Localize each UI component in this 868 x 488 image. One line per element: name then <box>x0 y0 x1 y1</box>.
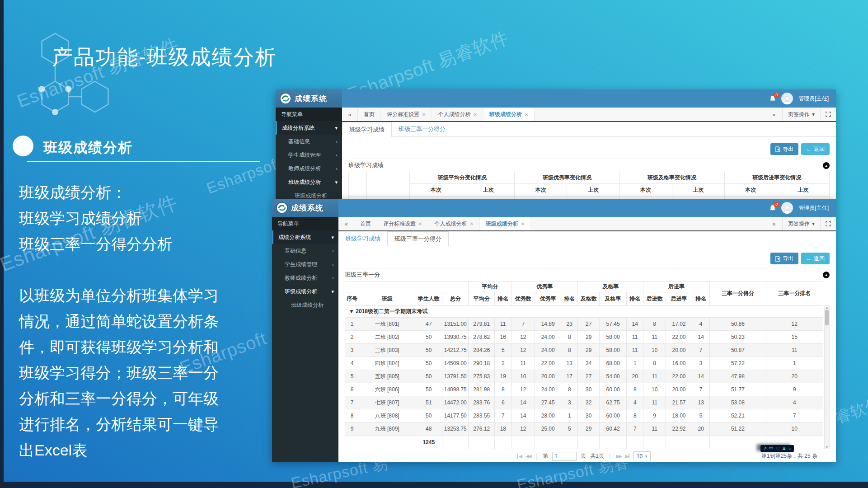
export-button[interactable]: 导出 <box>770 253 798 264</box>
sidebar: 导航菜单 成绩分析系统▾基础信息‹学生成绩管理‹教师成绩分析‹班级成绩分析▾班级… <box>272 217 338 462</box>
vertical-scrollbar[interactable]: ▲ ▼ <box>824 305 830 449</box>
export-label: 导出 <box>783 255 793 263</box>
column-header-排名: 排名 <box>561 292 578 306</box>
sidebar-item-学生成绩管理[interactable]: 学生成绩管理‹ <box>272 258 338 271</box>
body-line: 以班级为单位分析班集体学习 <box>19 283 219 309</box>
page-tab-label: 评分标准设置 <box>387 111 419 118</box>
table-cell: 14098.75 <box>442 383 469 396</box>
sidebar-item-教师成绩分析[interactable]: 教师成绩分析‹ <box>276 162 342 175</box>
page-size-select[interactable]: 10 ▾ <box>633 451 651 461</box>
sidebar-title: 导航菜单 <box>276 108 342 121</box>
export-icon <box>775 256 780 262</box>
table-row[interactable]: 2二班 [802]5013930.75278.62161224.0082958.… <box>345 331 823 344</box>
exam-group-row[interactable]: ▼ 2018级初二第一学期期末考试 <box>345 306 823 318</box>
back-label: 返回 <box>814 255 825 263</box>
back-button[interactable]: ← 返回 <box>801 253 830 264</box>
page-tab-bar: « 首页评分标准设置✕个人成绩分析✕班级成绩分析✕ » 页签操作 ▾ <box>342 108 836 122</box>
avatar[interactable] <box>781 93 793 104</box>
tab-class-study-score[interactable]: 班级学习成绩 <box>338 231 387 246</box>
page-tab-label: 班级成绩分析 <box>486 220 518 228</box>
page-next-icon[interactable]: ▶▶ <box>616 454 621 459</box>
tab-scroll-left-icon[interactable]: « <box>342 108 358 121</box>
sidebar-item-基础信息[interactable]: 基础信息‹ <box>276 135 342 148</box>
app-logo[interactable]: 成绩系统 <box>272 199 338 217</box>
tab-scroll-right-icon[interactable]: » <box>766 217 782 230</box>
tab-three-rate-score[interactable]: 班级三率一分得分 <box>387 231 449 246</box>
tab-operations-dropdown[interactable]: 页签操作 ▾ <box>782 217 820 230</box>
sidebar-item-label: 班级成绩分析 <box>295 192 327 199</box>
table-cell: 14 <box>692 370 710 383</box>
sidebar-item-班级成绩分析[interactable]: 班级成绩分析▾ <box>272 285 338 298</box>
scrollbar-thumb[interactable] <box>825 310 829 325</box>
page-number-input[interactable] <box>552 452 577 461</box>
slide-left-edge <box>0 0 4 488</box>
user-name[interactable]: 管理员[主任] <box>798 95 829 103</box>
sidebar-item-成绩分析系统[interactable]: 成绩分析系统▾ <box>272 230 338 244</box>
tab-scroll-left-icon[interactable]: « <box>338 217 354 230</box>
table-row[interactable]: 7七班 [807]5114472.00283.7661427.4533262.7… <box>345 396 823 409</box>
scroll-up-icon[interactable]: ▲ <box>826 306 829 309</box>
table-row[interactable]: 8八班 [808]5014177.50283.5571428.0013060.0… <box>345 409 823 422</box>
sidebar-item-教师成绩分析[interactable]: 教师成绩分析‹ <box>272 271 338 285</box>
page-last-icon[interactable]: ▶ <box>625 454 629 459</box>
slide-background: Esharpsoft 易睿软件 Esharpsoft 易睿软件 Esharpso… <box>0 0 868 488</box>
close-icon[interactable]: ✕ <box>525 112 528 117</box>
table-cell: 50.86 <box>710 318 766 331</box>
table-row[interactable]: 5五班 [805]5013791.50275.83191020.00172754… <box>345 370 823 383</box>
close-icon[interactable]: ✕ <box>418 221 422 226</box>
export-icon <box>775 146 780 152</box>
close-icon[interactable]: ✕ <box>521 221 525 226</box>
table-cell: 18.00 <box>666 409 692 422</box>
page-prev-icon[interactable]: ◀◀ <box>525 454 530 459</box>
close-icon[interactable]: ✕ <box>473 112 477 117</box>
tab-scroll-right-icon[interactable]: » <box>766 108 782 121</box>
sidebar-item-基础信息[interactable]: 基础信息‹ <box>272 244 338 258</box>
page-first-icon[interactable]: ◀ <box>517 454 521 459</box>
page-tab-首页[interactable]: 首页 <box>358 108 381 121</box>
page-tab-首页[interactable]: 首页 <box>354 217 377 230</box>
fullscreen-icon[interactable] <box>820 108 836 121</box>
close-icon[interactable]: ✕ <box>469 221 473 226</box>
table-row[interactable]: 3三班 [803]5014212.75284.2651224.0082958.0… <box>345 344 823 357</box>
avatar[interactable] <box>781 202 793 214</box>
fullscreen-icon[interactable] <box>820 217 836 230</box>
page-tab-个人成绩分析[interactable]: 个人成绩分析✕ <box>428 217 479 230</box>
sidebar-item-班级成绩分析[interactable]: 班级成绩分析 <box>272 298 338 312</box>
chevron-left-icon: ‹ <box>332 258 334 271</box>
sidebar-item-班级成绩分析[interactable]: 班级成绩分析 <box>276 189 342 199</box>
table-row[interactable]: 1一班 [801]4713151.00279.8111714.89232757.… <box>345 318 823 331</box>
table-cell: 7 <box>766 409 823 422</box>
panel-collapse-icon[interactable]: ▴ <box>823 162 830 169</box>
table-cell: 290.18 <box>469 357 495 370</box>
notifications-button[interactable]: 0 <box>769 205 776 211</box>
table-cell: 60.00 <box>600 409 627 422</box>
page-tab-班级成绩分析[interactable]: 班级成绩分析✕ <box>480 217 531 230</box>
sidebar-item-学生成绩管理[interactable]: 学生成绩管理‹ <box>276 148 342 162</box>
close-icon[interactable]: ✕ <box>422 112 426 117</box>
page-tab-评分标准设置[interactable]: 评分标准设置✕ <box>381 108 432 121</box>
table-row[interactable]: 9九班 [809]4813253.75276.12181225.0052960.… <box>345 422 823 436</box>
table-row[interactable]: 4四班 [804]5014509.00290.1821122.00133468.… <box>345 357 823 370</box>
tab-operations-dropdown[interactable]: 页签操作 ▾ <box>782 108 820 121</box>
table-cell: 7 <box>627 422 643 436</box>
app-logo[interactable]: 成绩系统 <box>276 89 342 108</box>
back-button[interactable]: ← 返回 <box>801 143 830 155</box>
page-tab-评分标准设置[interactable]: 评分标准设置✕ <box>377 217 428 230</box>
chevron-down-icon: ▾ <box>335 175 338 189</box>
change-summary-table: 班级平均分变化情况班级优秀率变化情况班级及格率变化情况班级后进率变化情况本次上次… <box>348 172 830 199</box>
export-button[interactable]: 导出 <box>770 143 798 155</box>
blank-cell <box>349 172 367 197</box>
scroll-down-icon[interactable]: ▼ <box>826 446 829 449</box>
tab-class-study-score[interactable]: 班级学习成绩 <box>342 122 392 137</box>
user-name[interactable]: 管理员[主任] <box>798 204 829 212</box>
sidebar-item-成绩分析系统[interactable]: 成绩分析系统▾ <box>276 121 342 135</box>
table-row[interactable]: 6六班 [806]5014098.75281.9881224.0083060.0… <box>345 383 823 396</box>
page-tab-班级成绩分析[interactable]: 班级成绩分析✕ <box>483 108 535 121</box>
table-cell: 279.81 <box>469 318 495 331</box>
panel-collapse-icon[interactable]: ▴ <box>823 272 830 278</box>
notifications-button[interactable]: 0 <box>769 95 776 102</box>
sidebar-item-班级成绩分析[interactable]: 班级成绩分析▾ <box>276 175 342 189</box>
table-cell: 284.26 <box>469 344 495 357</box>
page-tab-个人成绩分析[interactable]: 个人成绩分析✕ <box>432 108 483 121</box>
tab-three-rate-score[interactable]: 班级三率一分得分 <box>392 122 452 136</box>
